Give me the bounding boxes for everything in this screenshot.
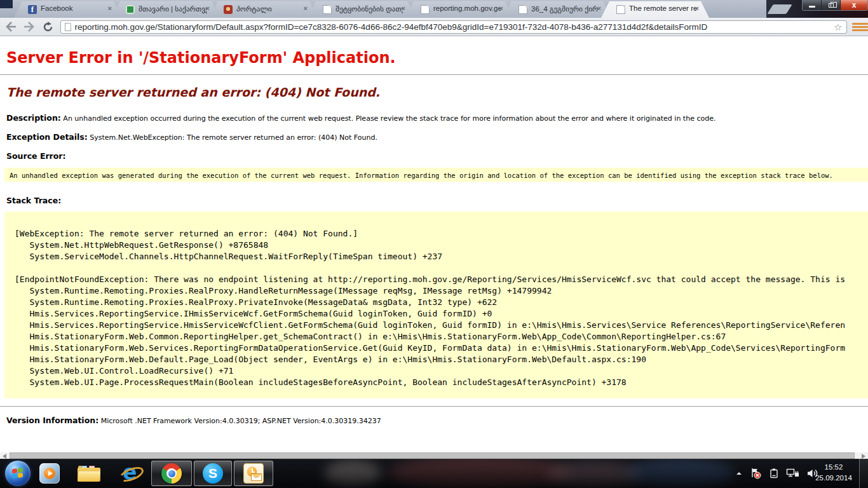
source-error-label: Source Error: xyxy=(6,151,66,161)
tab-error-active[interactable]: The remote server retu × xyxy=(601,1,709,18)
clock-date: 25.09.2014 xyxy=(811,473,857,484)
tab-notifications[interactable]: შეტყობინების დათვ × xyxy=(308,1,416,18)
reload-icon xyxy=(43,22,53,32)
exception-row: Exception Details: System.Net.WebExcepti… xyxy=(6,132,868,142)
explorer-taskbar-button[interactable] xyxy=(78,464,100,482)
system-tray xyxy=(732,459,822,488)
network-tray-button[interactable] xyxy=(786,468,800,479)
tab-moh-home[interactable]: მთავარი | საქართვე × xyxy=(112,1,220,18)
device-tray-button[interactable] xyxy=(768,468,780,479)
tab-label: Facebook xyxy=(41,4,73,12)
description-text: An unhandled exception occurred during t… xyxy=(61,114,716,123)
page-icon xyxy=(616,5,625,14)
tab-close-icon[interactable]: × xyxy=(695,4,699,12)
flag-alert-icon xyxy=(749,467,762,480)
reload-button[interactable] xyxy=(40,19,57,34)
error-subtitle: The remote server returned an error: (40… xyxy=(6,85,868,99)
browser-toolbar: reporting.moh.gov.ge/Stationaryform/Defa… xyxy=(0,18,868,36)
version-label: Version Information: xyxy=(6,416,98,425)
minimize-icon xyxy=(809,6,815,8)
url-page-icon xyxy=(65,23,71,31)
tab-label: 36_4 გეგმიური ქირუ xyxy=(531,4,599,13)
tab-label: პორტალი xyxy=(236,4,272,13)
tabs-container: f Facebook × მთავარი | საქართვე × პორტალ… xyxy=(14,1,699,18)
outlook-taskbar-button[interactable] xyxy=(234,461,273,486)
chrome-icon xyxy=(161,463,182,484)
restore-button[interactable] xyxy=(822,0,841,10)
chrome-menu-button[interactable] xyxy=(852,20,868,33)
moh-green-icon xyxy=(126,5,135,14)
tab-close-icon[interactable]: × xyxy=(402,4,405,12)
stack-trace-row: Stack Trace: xyxy=(6,196,868,205)
device-icon xyxy=(768,468,780,479)
source-error-box: An unhandled exception was generated dur… xyxy=(4,168,868,182)
version-row: Version Information: Microsoft .NET Fram… xyxy=(6,416,868,425)
internet-explorer-taskbar-button[interactable]: e xyxy=(119,463,141,484)
bookmark-star-icon[interactable]: ☆ xyxy=(834,22,842,32)
back-icon xyxy=(5,22,17,32)
chevron-up-icon xyxy=(735,470,743,477)
exception-text: System.Net.WebException: The remote serv… xyxy=(88,133,377,142)
tab-label: The remote server retu xyxy=(629,4,696,12)
forward-button[interactable] xyxy=(22,19,38,34)
outlook-icon xyxy=(243,463,264,484)
internet-explorer-icon: e xyxy=(119,463,141,484)
screen: f Facebook × მთავარი | საქართვე × პორტალ… xyxy=(0,0,868,488)
clock-time: 15:52 xyxy=(811,462,857,473)
folder-icon xyxy=(78,464,100,482)
facebook-icon: f xyxy=(28,5,37,14)
scroll-right-arrow-icon[interactable] xyxy=(862,454,865,459)
tab-facebook[interactable]: f Facebook × xyxy=(14,1,122,18)
description-row: Description: An unhandled exception occu… xyxy=(6,113,868,123)
tray-expand-button[interactable] xyxy=(735,470,743,477)
chrome-taskbar-button[interactable] xyxy=(151,461,192,486)
window-corner xyxy=(0,0,13,8)
stack-trace-box: [WebException: The remote server returne… xyxy=(4,212,868,398)
network-icon xyxy=(786,468,800,479)
page-icon xyxy=(323,5,332,14)
tab-close-icon[interactable]: × xyxy=(499,4,503,12)
close-button[interactable]: x xyxy=(841,0,867,10)
tab-36-4-surgery[interactable]: 36_4 გეგმიური ქირუ × xyxy=(503,1,611,18)
action-center-button[interactable] xyxy=(749,467,762,480)
url-text[interactable]: reporting.moh.gov.ge/Stationaryform/Defa… xyxy=(75,22,831,32)
hamburger-icon xyxy=(852,23,868,25)
window-controls: x xyxy=(802,0,868,11)
media-player-icon xyxy=(39,463,60,484)
tab-label: მთავარი | საქართვე xyxy=(139,4,207,13)
description-label: Description: xyxy=(6,113,61,123)
close-icon: x xyxy=(852,1,857,10)
horizontal-scrollbar[interactable] xyxy=(0,452,868,459)
georgia-emblem-icon xyxy=(224,5,233,14)
exception-label: Exception Details: xyxy=(6,132,88,142)
skype-taskbar-button[interactable]: S xyxy=(194,461,232,486)
skype-icon: S xyxy=(203,463,223,484)
tab-close-icon[interactable]: × xyxy=(304,4,308,12)
page-icon xyxy=(519,5,527,14)
address-bar[interactable]: reporting.moh.gov.ge/Stationaryform/Defa… xyxy=(60,20,847,34)
forward-icon xyxy=(24,22,35,32)
show-desktop-button[interactable] xyxy=(859,459,868,488)
scroll-left-arrow-icon[interactable] xyxy=(3,454,6,459)
tab-label: შეტყობინების დათვ xyxy=(336,4,403,13)
tab-close-icon[interactable]: × xyxy=(206,4,210,12)
tab-close-icon[interactable]: × xyxy=(108,4,112,12)
media-player-taskbar-button[interactable] xyxy=(39,463,60,484)
windows-logo-icon xyxy=(12,468,24,480)
error-page: Server Error in '/StationaryForm' Applic… xyxy=(0,36,868,452)
tab-close-icon[interactable]: × xyxy=(597,4,601,12)
taskbar-clock[interactable]: 15:52 25.09.2014 xyxy=(811,462,857,484)
source-error-row: Source Error: xyxy=(6,151,868,161)
tab-strip: f Facebook × მთავარი | საქართვე × პორტალ… xyxy=(0,0,868,18)
tab-reporting[interactable]: reporting.moh.gov.ge × xyxy=(405,1,513,18)
scrollbar-thumb[interactable] xyxy=(10,452,855,459)
start-button[interactable] xyxy=(5,461,31,486)
back-button[interactable] xyxy=(3,19,19,34)
page-icon xyxy=(421,5,430,14)
tab-portal[interactable]: პორტალი × xyxy=(210,1,318,18)
restore-icon xyxy=(829,3,834,8)
minimize-button[interactable] xyxy=(803,0,822,10)
taskbar: e S xyxy=(0,459,868,488)
divider xyxy=(0,74,868,75)
divider xyxy=(0,406,868,407)
